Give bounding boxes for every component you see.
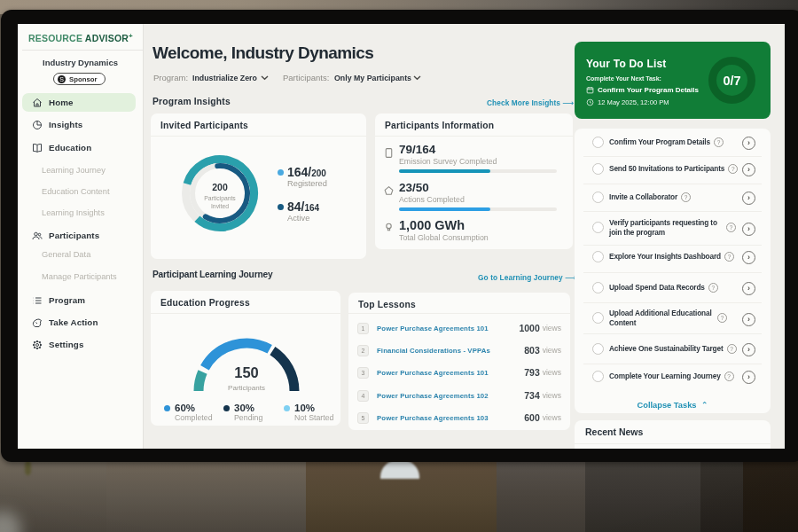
svg-text:Participants: Participants — [228, 384, 265, 392]
svg-text:200: 200 — [212, 182, 228, 192]
svg-text:Participants: Participants — [204, 195, 236, 202]
svg-text:150: 150 — [234, 364, 259, 380]
svg-text:Invited: Invited — [211, 203, 229, 209]
